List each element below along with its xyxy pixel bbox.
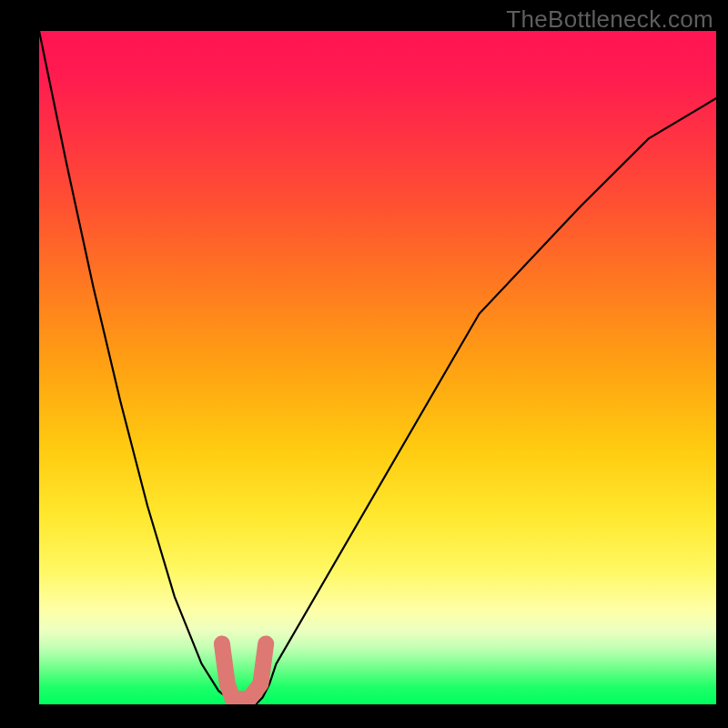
plot-area [39, 31, 716, 704]
watermark-text: TheBottleneck.com [506, 5, 713, 34]
chart-frame: TheBottleneck.com [0, 0, 728, 728]
